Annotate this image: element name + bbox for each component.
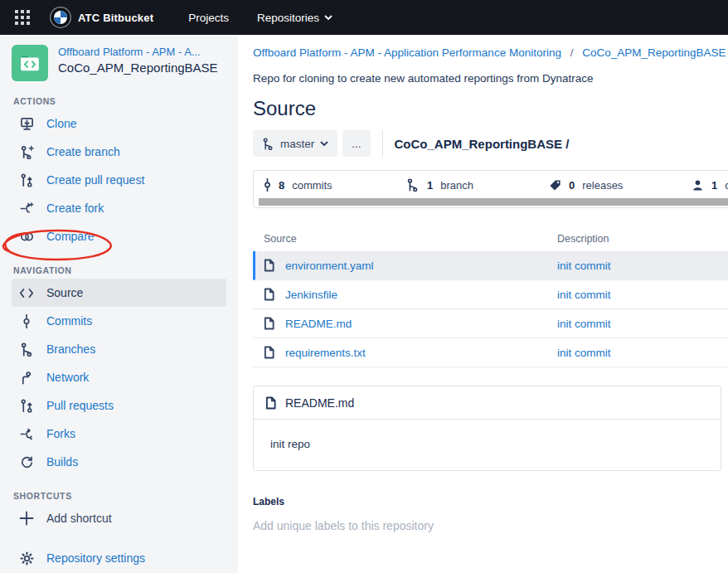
sidebar-item-clone[interactable]: Clone <box>12 109 226 138</box>
sidebar-item-source[interactable]: Source <box>12 279 226 307</box>
readme-content: init repo <box>254 420 721 470</box>
commit-message-link[interactable]: init commit <box>557 260 611 272</box>
builds-icon <box>18 454 35 470</box>
readme-filename: README.md <box>285 396 354 410</box>
create-pull-request-icon <box>18 172 35 188</box>
stat-releases[interactable]: 0 releases <box>549 178 692 192</box>
main-content-area: Offboard Platform - APM - Application Pe… <box>238 35 728 573</box>
column-header-description: Description <box>557 233 609 245</box>
breadcrumb: Offboard Platform - APM - Application Pe… <box>253 46 728 59</box>
file-link[interactable]: README.md <box>285 318 352 330</box>
code-icon <box>18 284 35 301</box>
branch-icon <box>18 341 35 357</box>
file-table-header: Source Description <box>253 226 728 251</box>
sidebar-repo-name: CoCo_APM_ReportingBASE <box>58 61 218 75</box>
sidebar-item-network[interactable]: Network <box>12 363 226 391</box>
commit-icon <box>18 313 35 329</box>
section-label-navigation: NAVIGATION <box>13 265 228 275</box>
commit-message-link[interactable]: init commit <box>557 347 611 359</box>
horizontal-scrollbar[interactable] <box>259 198 728 206</box>
sidebar: Offboard Platform - APM - A... CoCo_APM_… <box>0 35 238 573</box>
network-icon <box>18 369 35 386</box>
sidebar-item-compare[interactable]: Compare <box>12 222 226 250</box>
section-label-shortcuts: SHORTCUTS <box>13 491 228 501</box>
person-icon <box>692 179 704 192</box>
sidebar-item-create-branch[interactable]: Create branch <box>12 138 226 166</box>
file-icon <box>264 288 274 301</box>
stat-contributors[interactable]: 1 contributor <box>692 178 728 192</box>
labels-input-placeholder[interactable]: Add unique labels to this repository <box>253 519 728 532</box>
fork-icon <box>18 425 35 442</box>
app-switcher-icon[interactable] <box>15 10 30 25</box>
readme-card: README.md init repo <box>253 386 721 471</box>
gear-icon <box>18 550 35 566</box>
sidebar-item-pull-requests[interactable]: Pull requests <box>12 391 226 420</box>
branch-icon <box>262 138 274 150</box>
sidebar-item-create-fork[interactable]: Create fork <box>12 194 226 222</box>
labels-heading: Labels <box>253 496 728 507</box>
repo-path: CoCo_APM_ReportingBASE / <box>395 137 570 151</box>
table-row[interactable]: requirements.txt init commit <box>253 338 728 367</box>
brand-name: ATC Bitbucket <box>78 12 153 24</box>
breadcrumb-repo-link[interactable]: CoCo_APM_ReportingBASE <box>582 46 726 59</box>
page-title: Source <box>253 97 728 120</box>
commit-message-link[interactable]: init commit <box>557 289 611 301</box>
commit-message-link[interactable]: init commit <box>557 318 611 330</box>
plus-icon <box>18 510 35 527</box>
table-row[interactable]: README.md init commit <box>253 309 728 338</box>
sidebar-item-commits[interactable]: Commits <box>12 307 226 335</box>
nav-projects[interactable]: Projects <box>188 12 229 24</box>
file-table: Source Description environment.yaml init… <box>253 226 728 367</box>
file-icon <box>264 259 274 272</box>
sidebar-item-branches[interactable]: Branches <box>12 335 226 363</box>
chevron-down-icon <box>320 141 328 146</box>
commit-icon <box>264 178 271 192</box>
top-navbar: ATC Bitbucket Projects Repositories <box>0 0 728 35</box>
file-link[interactable]: Jenkinsfile <box>285 289 337 301</box>
file-icon <box>264 346 274 359</box>
home-link[interactable]: ATC Bitbucket <box>50 7 153 28</box>
compare-icon <box>18 228 35 245</box>
sidebar-project-link[interactable]: Offboard Platform - APM - A... <box>58 46 218 58</box>
file-icon <box>265 396 276 410</box>
sidebar-item-add-shortcut[interactable]: Add shortcut <box>12 504 226 532</box>
file-link[interactable]: requirements.txt <box>285 347 366 359</box>
section-label-actions: ACTIONS <box>13 96 228 106</box>
breadcrumb-project-link[interactable]: Offboard Platform - APM - Application Pe… <box>253 46 561 59</box>
more-actions-button[interactable]: ... <box>342 130 370 157</box>
pull-request-icon <box>18 397 35 414</box>
clone-icon <box>18 115 35 132</box>
sidebar-item-create-pull-request[interactable]: Create pull request <box>12 166 226 194</box>
sidebar-item-builds[interactable]: Builds <box>12 448 226 476</box>
nav-repositories[interactable]: Repositories <box>257 12 332 24</box>
repo-avatar[interactable] <box>12 45 48 81</box>
table-row[interactable]: environment.yaml init commit <box>253 251 728 280</box>
repo-header: Offboard Platform - APM - A... CoCo_APM_… <box>12 45 228 81</box>
file-icon <box>264 317 274 330</box>
breadcrumb-separator: / <box>570 46 574 59</box>
fork-icon <box>18 200 35 216</box>
stat-commits[interactable]: 8 commits <box>264 178 406 192</box>
file-link[interactable]: environment.yaml <box>285 260 374 272</box>
chevron-down-icon <box>324 15 332 20</box>
sidebar-item-forks[interactable]: Forks <box>12 420 226 448</box>
branch-selector-button[interactable]: master <box>253 130 337 157</box>
column-header-source: Source <box>264 233 557 245</box>
repo-description: Repo for cloning to create new automated… <box>253 72 728 85</box>
branch-toolbar: master ... CoCo_APM_ReportingBASE / <box>253 130 728 157</box>
bmw-logo-icon <box>50 7 71 28</box>
sidebar-item-repository-settings[interactable]: Repository settings <box>12 544 226 572</box>
tag-icon <box>549 179 561 192</box>
stat-branches[interactable]: 1 branch <box>406 178 549 192</box>
readme-header: README.md <box>254 386 721 420</box>
toolbar-divider <box>382 130 383 157</box>
table-row[interactable]: Jenkinsfile init commit <box>253 280 728 309</box>
repo-stats-card: 8 commits 1 branch <box>253 170 728 208</box>
branch-icon <box>406 178 420 192</box>
create-branch-icon <box>18 143 35 160</box>
